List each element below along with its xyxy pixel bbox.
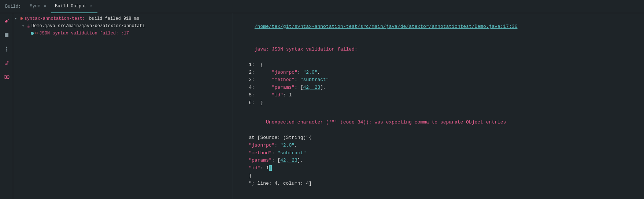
hammer-icon[interactable] <box>1 16 12 26</box>
java-icon: ☕ <box>27 23 30 29</box>
source-line-7: "; line: 4, column: 4] <box>237 180 640 188</box>
pin-icon[interactable] <box>1 58 12 68</box>
eye-icon[interactable] <box>1 72 12 82</box>
stop-icon[interactable] <box>1 30 12 40</box>
tree-error-label: JSON syntax validation failed: :17 <box>39 31 129 36</box>
json-line-5: 5: "id": 1 <box>237 92 640 99</box>
source-line-2: "jsonrpc": "2.0", <box>237 142 640 150</box>
output-error-title: java: JSON syntax validation failed: <box>237 38 640 61</box>
source-line-5: "id": 1| <box>237 165 640 172</box>
chevron-icon-2: ▾ <box>22 24 26 28</box>
tree-item-root[interactable]: ▾ ⊗ syntax-annotation-test: build failed… <box>13 15 233 22</box>
more-icon[interactable] <box>1 44 12 54</box>
chevron-icon: ▾ <box>15 16 18 21</box>
tab-build-output-close[interactable]: × <box>89 4 94 9</box>
tab-build-output-label: Build Output <box>55 4 86 9</box>
dot-indicator <box>31 32 34 35</box>
source-line-1: at [Source: (String)"{ <box>237 134 640 142</box>
tree-project-name: syntax-annotation-test: <box>24 16 85 21</box>
error-title-text: java: JSON syntax validation failed: <box>255 47 358 52</box>
json-line-4: 4: "params": [42, 23], <box>237 84 640 92</box>
tab-build-output[interactable]: Build Output × <box>51 0 97 13</box>
tree-item-error[interactable]: ⊗ JSON syntax validation failed: :17 <box>13 30 233 37</box>
output-panel: /home/tex/git/syntax-annotation-test/src… <box>233 13 644 199</box>
tab-bar: Build: Sync × Build Output × <box>0 0 644 13</box>
svg-rect-1 <box>5 33 8 37</box>
file-link[interactable]: /home/tex/git/syntax-annotation-test/src… <box>255 24 518 29</box>
svg-rect-0 <box>5 20 8 23</box>
source-line-4: "params": [42, 23], <box>237 157 640 165</box>
source-params-link[interactable]: 42, 23 <box>280 158 297 163</box>
error-icon-2: ⊗ <box>35 30 38 36</box>
tree-demo-java-label: Demo.java src/main/java/de/atextor/annot… <box>32 23 145 29</box>
tab-sync[interactable]: Sync × <box>26 0 51 13</box>
error-icon: ⊗ <box>20 15 23 22</box>
output-error-msg: Unexpected character ('"' (code 34)): wa… <box>237 111 640 134</box>
tab-sync-close[interactable]: × <box>42 4 48 9</box>
build-label: Build: <box>3 4 23 9</box>
json-line-6: 6: } <box>237 99 640 107</box>
output-file-link-line: /home/tex/git/syntax-annotation-test/src… <box>237 15 640 38</box>
source-line-3: "method": "subtract" <box>237 150 640 157</box>
svg-line-7 <box>8 78 10 79</box>
svg-point-3 <box>6 49 7 50</box>
json-line-3: 3: "method": "subtract" <box>237 76 640 84</box>
tree-build-status: build failed 918 ms <box>86 16 139 21</box>
sidebar-icons <box>0 13 13 199</box>
main-content: ▾ ⊗ syntax-annotation-test: build failed… <box>0 13 644 199</box>
tab-sync-label: Sync <box>30 4 40 9</box>
tree-item-demo-java[interactable]: ▾ ☕ Demo.java src/main/java/de/atextor/a… <box>13 22 233 30</box>
params-link-42[interactable]: 42, 23 <box>303 85 320 90</box>
svg-point-4 <box>6 51 7 52</box>
build-tree: ▾ ⊗ syntax-annotation-test: build failed… <box>13 13 233 199</box>
json-line-2: 2: "jsonrpc": "2.0", <box>237 69 640 77</box>
svg-point-2 <box>6 47 7 48</box>
source-line-6: } <box>237 172 640 180</box>
json-line-1: 1: { <box>237 61 640 69</box>
svg-point-6 <box>5 76 7 78</box>
